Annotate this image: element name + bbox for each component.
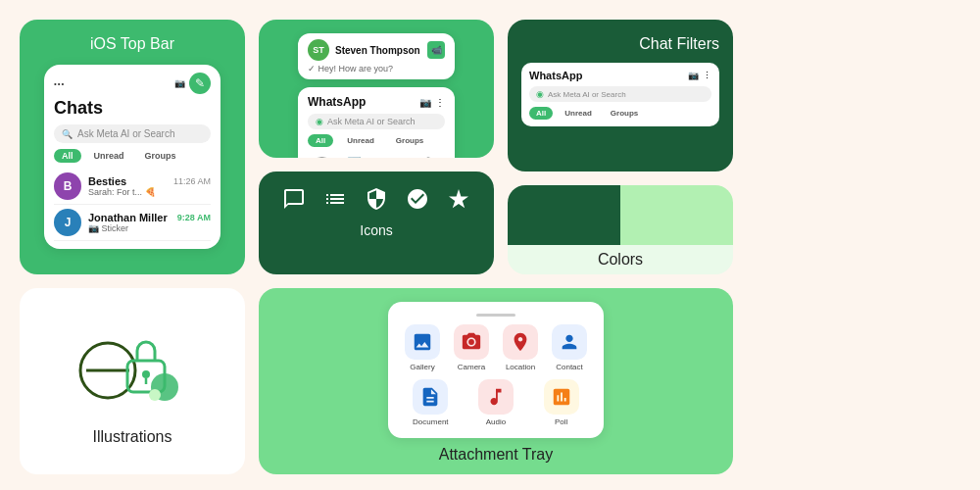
ios-card: iOS Top Bar ••• 📷 ✎ Chats 🔍 Ask Meta AI …: [20, 20, 245, 274]
chat-time-besties: 11:26 AM: [173, 176, 211, 186]
svg-point-6: [149, 389, 161, 401]
filters-btn-unread[interactable]: Unread: [558, 107, 599, 120]
attachment-gallery[interactable]: Gallery: [402, 324, 443, 371]
android-filter-unread[interactable]: Unread: [339, 134, 382, 147]
notif-header: ST Steven Thompson 📹: [308, 39, 445, 61]
android-filter-row: All Unread Groups: [308, 134, 445, 147]
nav-calls[interactable]: 📞 Calls: [425, 157, 441, 158]
ios-status-dots: •••: [54, 79, 65, 88]
ios-status-bar: ••• 📷 ✎: [54, 73, 211, 94]
poll-label: Poll: [555, 417, 567, 426]
compose-icon[interactable]: ✎: [189, 73, 211, 94]
chat-name-besties: Besties: [88, 175, 126, 187]
attachment-row2: Document Audio Poll: [402, 379, 590, 426]
attachment-row1: Gallery Camera Location: [402, 324, 590, 371]
ios-phone-mockup: ••• 📷 ✎ Chats 🔍 Ask Meta AI or Search Al…: [44, 65, 220, 249]
middle-column: ST Steven Thompson 📹 ✓ Hey! How are you?…: [259, 20, 494, 274]
notif-message: ✓ Hey! How are you?: [308, 64, 445, 74]
check-icon: [402, 183, 433, 215]
chat-info-besties: Besties 11:26 AM Sarah: For t... 🍕: [88, 175, 211, 197]
gallery-icon-circle: [405, 324, 440, 360]
nav-chats[interactable]: 💬 Chats: [313, 157, 332, 158]
filters-btn-groups[interactable]: Groups: [604, 107, 645, 120]
ios-filter-all[interactable]: All: [54, 149, 81, 163]
android-search-bar[interactable]: ◉ Ask Meta AI or Search: [308, 114, 445, 129]
lock-illustration: [69, 317, 196, 415]
android-filter-groups[interactable]: Groups: [388, 134, 431, 147]
android-bottom-nav: 💬 Chats 🔄 Updates 👥 Communities 📞: [308, 151, 445, 158]
ios-search-bar[interactable]: 🔍 Ask Meta AI or Search: [54, 124, 211, 143]
attachment-camera[interactable]: Camera: [451, 324, 492, 371]
ios-search-placeholder: Ask Meta AI or Search: [77, 128, 175, 139]
chat-preview-jonathan: 📷 Sticker: [88, 223, 211, 233]
document-icon-circle: [413, 379, 448, 415]
illustrations-label: Illustrations: [93, 428, 172, 446]
location-icon-circle: [503, 324, 538, 360]
attachment-location[interactable]: Location: [500, 324, 541, 371]
chat-name-row-jonathan: Jonathan Miller 9:28 AM: [88, 212, 211, 223]
colors-label: Colors: [598, 251, 643, 269]
star-icon: [443, 183, 474, 215]
icons-label: Icons: [360, 222, 392, 238]
chat-info-jonathan: Jonathan Miller 9:28 AM 📷 Sticker: [88, 212, 211, 233]
android-header: WhatsApp 📷 ⋮: [308, 95, 445, 109]
chat-item-besties[interactable]: B Besties 11:26 AM Sarah: For t... 🍕: [54, 169, 211, 205]
filters-header-icons: 📷 ⋮: [688, 71, 711, 80]
filters-wa-label: WhatsApp: [529, 70, 582, 81]
contact-label: Contact: [556, 363, 583, 371]
ios-filter-row: All Unread Groups: [54, 149, 211, 163]
colors-label-area: Colors: [508, 245, 733, 274]
filters-camera-icon: 📷: [688, 71, 699, 80]
filters-filter-row: All Unread Groups: [529, 107, 711, 120]
android-phone-mockup: WhatsApp 📷 ⋮ ◉ Ask Meta AI or Search All…: [298, 87, 455, 158]
menu-icon: ⋮: [435, 97, 445, 108]
chat-name-jonathan: Jonathan Miller: [88, 212, 168, 223]
illustrations-card: Illustrations: [20, 288, 245, 474]
filters-card: Chat Filters WhatsApp 📷 ⋮ ◉ Ask Meta AI …: [508, 20, 733, 172]
updates-nav-icon: 🔄: [347, 157, 362, 158]
search-icon: 🔍: [62, 129, 73, 139]
color-dark-green: [508, 185, 620, 245]
nav-updates[interactable]: 🔄 Updates: [341, 157, 367, 158]
ios-filter-unread[interactable]: Unread: [86, 149, 132, 163]
chats-nav-icon: 💬: [315, 157, 329, 158]
colors-swatches: [508, 185, 733, 245]
filters-btn-all[interactable]: All: [529, 107, 553, 120]
avatar-jonathan: J: [54, 209, 81, 236]
ios-filter-groups[interactable]: Groups: [137, 149, 184, 163]
shield-icon: [361, 183, 392, 215]
filters-menu-icon: ⋮: [703, 71, 711, 80]
meta-ai-icon: ◉: [316, 117, 323, 126]
colors-card: Colors: [508, 185, 733, 274]
chat-item-jonathan[interactable]: J Jonathan Miller 9:28 AM 📷 Sticker: [54, 205, 211, 241]
icons-row: [278, 183, 474, 215]
camera-label: Camera: [458, 363, 485, 371]
filters-search-icon: ◉: [536, 89, 544, 99]
attachment-contact[interactable]: Contact: [549, 324, 590, 371]
calls-nav-icon: 📞: [425, 157, 440, 158]
poll-icon-circle: [544, 379, 579, 415]
filters-title: Chat Filters: [521, 35, 719, 53]
camera-status-icon: 📷: [174, 78, 185, 88]
svg-point-3: [142, 370, 150, 378]
chat-icon: [278, 183, 310, 215]
filters-search-bar[interactable]: ◉ Ask Meta AI or Search: [529, 86, 711, 102]
document-label: Document: [413, 417, 448, 426]
avatar-besties: B: [54, 172, 81, 200]
notif-name: Steven Thompson: [335, 45, 421, 56]
android-filter-all[interactable]: All: [308, 134, 333, 147]
communities-nav-icon: 👥: [388, 157, 403, 158]
attachment-audio[interactable]: Audio: [467, 379, 525, 426]
contact-icon-circle: [552, 324, 587, 360]
notif-avatar: ST: [308, 39, 329, 61]
audio-icon-circle: [478, 379, 514, 415]
chat-preview-besties: Sarah: For t... 🍕: [88, 187, 211, 197]
nav-communities[interactable]: 👥 Communities: [376, 157, 416, 158]
attachment-document[interactable]: Document: [402, 379, 460, 426]
android-card: ST Steven Thompson 📹 ✓ Hey! How are you?…: [259, 20, 494, 158]
camera-icon: 📷: [419, 97, 431, 108]
chat-name-row-besties: Besties 11:26 AM: [88, 175, 211, 187]
notif-video-icon: 📹: [427, 41, 445, 59]
attachment-poll[interactable]: Poll: [532, 379, 590, 426]
attachment-handle: [476, 314, 515, 317]
